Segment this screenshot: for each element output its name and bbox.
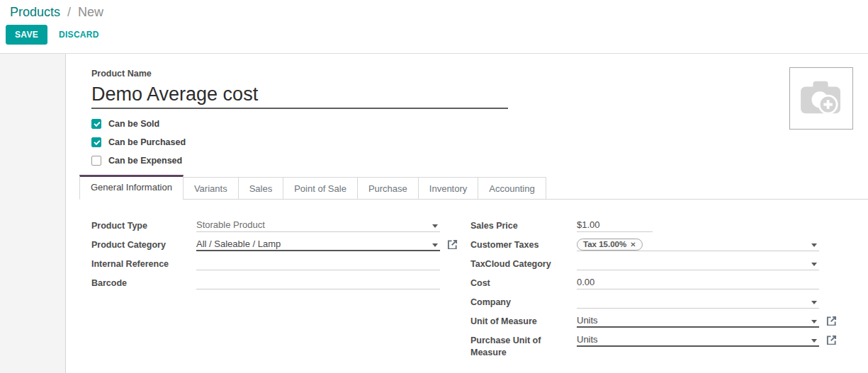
- dropdown-caret-icon[interactable]: [811, 320, 817, 323]
- field-row-taxcloud-category: TaxCloud Category: [470, 258, 819, 270]
- tax-tag: Tax 15.00% ✕: [577, 239, 643, 251]
- tab-point-of-sale[interactable]: Point of Sale: [283, 177, 358, 200]
- tab-inventory[interactable]: Inventory: [418, 177, 478, 200]
- breadcrumb-link-products[interactable]: Products: [10, 5, 60, 19]
- can-be-expensed-checkbox[interactable]: [91, 156, 101, 166]
- unit-of-measure-value: Units: [577, 315, 598, 326]
- dropdown-caret-icon[interactable]: [432, 224, 438, 228]
- cost-label: Cost: [470, 277, 577, 289]
- toolbar: SAVE DISCARD: [6, 25, 868, 45]
- product-name-input[interactable]: Demo Average cost: [91, 82, 508, 109]
- company-input[interactable]: [577, 296, 819, 309]
- product-category-label: Product Category: [91, 239, 196, 251]
- fields-column-right: Sales Price $1.00 Customer Taxes Tax 15.…: [470, 219, 819, 365]
- customer-taxes-input[interactable]: Tax 15.00% ✕: [577, 239, 819, 251]
- tab-purchase[interactable]: Purchase: [357, 177, 419, 200]
- tab-sales[interactable]: Sales: [238, 177, 284, 200]
- field-row-company: Company: [470, 296, 819, 309]
- form-sheet: Product Name Demo Average cost Can be So…: [66, 54, 868, 373]
- internal-reference-label: Internal Reference: [91, 258, 196, 270]
- barcode-label: Barcode: [91, 277, 196, 289]
- product-image-placeholder[interactable]: [789, 67, 853, 130]
- main-area: Product Name Demo Average cost Can be So…: [0, 54, 868, 373]
- left-gutter: [0, 54, 66, 373]
- taxcloud-category-label: TaxCloud Category: [470, 258, 577, 270]
- sales-price-field: $1.00: [577, 219, 819, 232]
- customer-taxes-label: Customer Taxes: [470, 239, 577, 251]
- product-name-label: Product Name: [91, 69, 868, 79]
- can-be-sold-checkbox[interactable]: [91, 119, 101, 129]
- field-row-unit-of-measure: Unit of Measure Units: [470, 315, 819, 328]
- tax-tag-remove-icon[interactable]: ✕: [630, 239, 636, 250]
- external-link-icon[interactable]: [826, 335, 837, 345]
- dropdown-caret-icon[interactable]: [811, 301, 817, 304]
- checkbox-row-can-be-purchased: Can be Purchased: [91, 136, 868, 149]
- purchase-unit-of-measure-value: Units: [577, 334, 598, 345]
- cost-value: 0.00: [577, 277, 594, 287]
- barcode-input[interactable]: [196, 277, 440, 289]
- checkbox-group: Can be Sold Can be Purchased Can be Expe…: [91, 117, 868, 167]
- tab-general-information[interactable]: General Information: [79, 175, 184, 200]
- field-row-customer-taxes: Customer Taxes Tax 15.00% ✕: [470, 239, 819, 251]
- unit-of-measure-label: Unit of Measure: [470, 315, 577, 328]
- sales-price-input[interactable]: $1.00: [577, 219, 653, 232]
- field-row-product-category: Product Category All / Saleable / Lamp: [91, 239, 440, 251]
- sales-price-label: Sales Price: [470, 219, 577, 232]
- dropdown-caret-icon[interactable]: [811, 263, 817, 266]
- field-row-product-type: Product Type Storable Product: [91, 219, 440, 232]
- dropdown-caret-icon[interactable]: [811, 339, 817, 343]
- dropdown-caret-icon[interactable]: [811, 243, 817, 247]
- purchase-unit-of-measure-input[interactable]: Units: [577, 334, 819, 347]
- internal-reference-input[interactable]: [196, 258, 440, 270]
- product-type-select[interactable]: Storable Product: [196, 219, 440, 232]
- breadcrumb: Products / New: [0, 0, 868, 20]
- tax-tag-label: Tax 15.00%: [583, 239, 626, 250]
- can-be-sold-label: Can be Sold: [108, 119, 159, 129]
- tab-accounting[interactable]: Accounting: [478, 177, 546, 200]
- checkbox-row-can-be-sold: Can be Sold: [91, 117, 868, 130]
- top-bar: Products / New SAVE DISCARD: [0, 0, 868, 54]
- external-link-icon[interactable]: [447, 239, 458, 250]
- taxcloud-category-input[interactable]: [577, 258, 819, 270]
- field-row-cost: Cost 0.00: [470, 277, 819, 289]
- save-button[interactable]: SAVE: [6, 25, 47, 45]
- checkbox-row-can-be-expensed: Can be Expensed: [91, 154, 868, 167]
- tab-variants[interactable]: Variants: [183, 177, 239, 200]
- field-row-internal-reference: Internal Reference: [91, 258, 440, 270]
- unit-of-measure-input[interactable]: Units: [577, 315, 819, 328]
- breadcrumb-separator: /: [67, 5, 71, 19]
- dropdown-caret-icon[interactable]: [432, 243, 438, 247]
- external-link-icon[interactable]: [826, 316, 837, 326]
- product-category-value: All / Saleable / Lamp: [196, 239, 281, 249]
- field-row-barcode: Barcode: [91, 277, 440, 289]
- can-be-purchased-checkbox[interactable]: [91, 137, 101, 147]
- company-label: Company: [470, 296, 577, 309]
- field-row-purchase-unit-of-measure: Purchase Unit of Measure Units: [470, 334, 819, 359]
- can-be-purchased-label: Can be Purchased: [108, 137, 186, 147]
- product-type-value: Storable Product: [196, 219, 265, 230]
- cost-input[interactable]: 0.00: [577, 277, 819, 289]
- can-be-expensed-label: Can be Expensed: [108, 156, 182, 166]
- discard-button[interactable]: DISCARD: [51, 25, 107, 45]
- purchase-unit-of-measure-label: Purchase Unit of Measure: [470, 334, 577, 359]
- field-row-sales-price: Sales Price $1.00: [470, 219, 819, 232]
- product-category-input[interactable]: All / Saleable / Lamp: [196, 239, 440, 251]
- notebook-tabs: General Information Variants Sales Point…: [79, 175, 868, 200]
- camera-add-icon: [797, 78, 845, 119]
- fields-column-left: Product Type Storable Product Product Ca…: [91, 219, 440, 365]
- product-type-label: Product Type: [91, 219, 196, 232]
- general-information-page: Product Type Storable Product Product Ca…: [91, 219, 868, 365]
- breadcrumb-current: New: [78, 5, 103, 19]
